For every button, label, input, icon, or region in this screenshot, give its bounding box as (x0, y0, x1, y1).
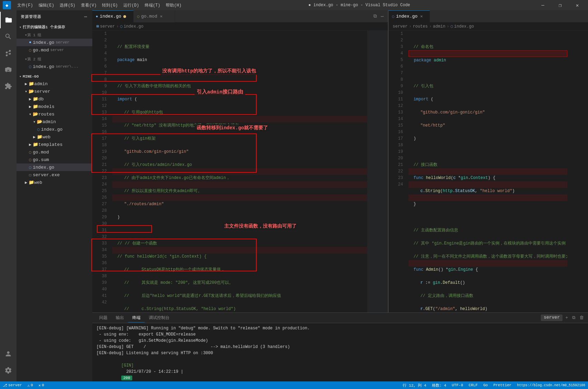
editors-container: ● index.go ◌ go.mod ✕ ⧉ ⋯ (92, 10, 588, 312)
menu-view[interactable]: 查看(V) (79, 2, 99, 9)
right-tab-index-go[interactable]: ◌ index.go ✕ (389, 10, 430, 22)
left-code-content: // 配置环境变量 package main // 引入下方函数中使用功能的相关… (110, 31, 367, 312)
folder-templates[interactable]: ▶ 📁 templates (17, 141, 92, 148)
project-chevron: ▾ (19, 74, 21, 79)
folder-web-root[interactable]: ▶ 📁 web (17, 179, 92, 186)
status-warnings[interactable]: ✕ 0 (36, 381, 47, 389)
code-line-14: ) (117, 215, 120, 220)
folder-routes[interactable]: ▾ 📂 routes (17, 110, 92, 118)
status-spaces[interactable]: 格数: 4 (429, 381, 449, 389)
folder-admin-sub[interactable]: ▾ 📂 admin (17, 118, 92, 126)
status-blog-link[interactable]: https://blog.csdn.net/m0_51592186 (514, 381, 588, 389)
left-tab-mod-close[interactable]: ✕ (159, 13, 163, 19)
left-code-editor[interactable]: 12345 678910 1112131415 1617181920 21222… (92, 31, 388, 312)
folder-web-sub[interactable]: ▶ 📁 web (17, 133, 92, 141)
file-server-index-go[interactable]: ◌ index.go (17, 163, 92, 171)
terminal-trash-icon[interactable]: 🗑 (578, 315, 585, 321)
right-bc-sep2: › (429, 24, 432, 29)
menu-run[interactable]: 运行(D) (121, 2, 141, 9)
folder-db[interactable]: ▶ 📁 db (17, 95, 92, 103)
maximize-button[interactable]: ❐ (552, 0, 568, 10)
left-tab-index-go[interactable]: ● index.go (92, 10, 134, 22)
folder-models-icon2: 📁 (33, 104, 38, 109)
menu-terminal[interactable]: 终端(T) (143, 2, 163, 9)
status-encoding[interactable]: UTF-8 (449, 381, 466, 389)
folder-server[interactable]: ▾ 📂 server (17, 88, 92, 95)
open-editors-label: 打开的编辑器 (23, 24, 45, 30)
go-sum-icon: ◌ (29, 157, 31, 162)
left-editor-main: 12345 678910 1112131415 1617181920 21222… (92, 31, 388, 312)
git-activity-item[interactable] (0, 45, 17, 61)
folder-admin-sub-label: admin (42, 119, 56, 124)
left-tab-bar: ● index.go ◌ go.mod ✕ ⧉ ⋯ (92, 10, 388, 22)
term-line-1: [GIN-debug] [WARNING] Running in "debug"… (96, 325, 584, 331)
error-icon: ⚠ (28, 383, 30, 388)
left-tab-go-mod[interactable]: ◌ go.mod ✕ (134, 10, 175, 22)
debug-activity-item[interactable] (0, 61, 17, 78)
status-eol[interactable]: CRLF (466, 381, 481, 389)
menu-edit[interactable]: 编辑(E) (37, 2, 56, 9)
folder-web-sub-label: web (42, 134, 50, 140)
split-editor-icon[interactable]: ⧉ (372, 13, 378, 20)
right-minimap (567, 31, 588, 312)
open-editors-header[interactable]: ▾ 打开的编辑器 1 个未保存 (17, 23, 92, 31)
terminal-server-label: server (541, 315, 563, 321)
folder-models[interactable]: ▶ 📁 models (17, 103, 92, 110)
r-code-16: // 其中 *gin.Engine是gin路由的一个实例，在模块的路由中需要引用… (413, 241, 566, 246)
more-actions-icon[interactable]: ⋯ (380, 13, 385, 20)
file-go-sum[interactable]: ◌ go.sum (17, 156, 92, 163)
terminal-tab-terminal[interactable]: 终端 (128, 313, 145, 322)
encoding-label: UTF-8 (452, 383, 463, 387)
open-editor-go-mod[interactable]: ◌ go.mod server (17, 46, 92, 54)
right-bc-index-icon: ◌ (451, 24, 453, 29)
extensions-activity-item[interactable] (0, 78, 17, 94)
new-file-icon[interactable]: ⋯ (84, 13, 88, 20)
folder-web-root-label: web (34, 180, 42, 185)
right-bc-server: server (393, 24, 408, 29)
close-button[interactable]: ✕ (569, 0, 585, 10)
r-code-12-h: , (475, 189, 480, 193)
title-bar-menu[interactable]: 文件(F) 编辑(E) 选择(S) 查看(V) 转到(G) 运行(D) 终端(T… (15, 2, 184, 9)
open-editor-index-go-2[interactable]: ◌ index.go server\... (17, 63, 92, 70)
accounts-activity-item[interactable] (0, 346, 17, 362)
status-errors[interactable]: ⚠ 0 (25, 381, 36, 389)
terminal-add-icon[interactable]: + (564, 315, 569, 321)
r-code-21-e: "/admin" (435, 307, 455, 311)
open-editor-index-go-2-label: index.go (33, 64, 54, 69)
code-line-12: // 所以以直接引用到文件夹admin即可。 (124, 189, 202, 193)
file-routes-admin-index[interactable]: ◌ index.go (17, 126, 92, 133)
status-position[interactable]: 行 12, 列 4 (400, 381, 429, 389)
menu-file[interactable]: 文件(F) (15, 2, 35, 9)
minimize-button[interactable]: — (535, 0, 551, 10)
folder-admin[interactable]: ▶ 📁 admin (17, 80, 92, 88)
search-activity-item[interactable] (0, 28, 17, 45)
r-code-10: // 接口函数 (413, 162, 437, 167)
code-line-7: // "net/http" 没有调用http的地方了，所以不能引入该包 (124, 123, 239, 128)
menu-goto[interactable]: 转到(G) (100, 2, 120, 9)
status-prettier[interactable]: Prettier (491, 381, 514, 389)
terminal-tab-debug[interactable]: 调试控制台 (145, 313, 174, 322)
code-line-2: main (135, 58, 147, 62)
status-language[interactable]: Go (481, 381, 491, 389)
go-file-icon-2: ◌ (29, 64, 31, 69)
terminal-tab-problems[interactable]: 问题 (95, 313, 112, 322)
open-editor-index-go[interactable]: ● index.go server (17, 39, 92, 46)
status-branch[interactable]: ⎇ server (0, 381, 25, 389)
settings-activity-item[interactable] (0, 362, 17, 379)
code-line-8: // 引入gin框架 (124, 136, 155, 141)
right-tab-close[interactable]: ✕ (420, 13, 423, 19)
terminal-split-icon[interactable]: ⧉ (571, 315, 577, 321)
project-header[interactable]: ▾ MINE-GO (17, 73, 92, 80)
explorer-activity-item[interactable] (0, 12, 17, 28)
right-code-editor[interactable]: 12345 678910 1112131415 1617181920 21222… (389, 31, 588, 312)
file-server-exe[interactable]: ◻ server.exe (17, 171, 92, 179)
r-code-12-b: . (423, 189, 425, 193)
terminal-tab-output[interactable]: 输出 (112, 313, 128, 322)
r-code-21-g: helloWorld (460, 307, 485, 311)
file-go-mod[interactable]: ◌ go.mod (17, 148, 92, 156)
menu-select[interactable]: 选择(S) (58, 2, 78, 9)
menu-help[interactable]: 帮助(H) (164, 2, 184, 9)
go-icon-server-index: ◌ (29, 165, 31, 170)
code-line-20: // 后边"hello world"就是通过r.GET发送请求后，希望后端给我们… (124, 293, 281, 298)
r-code-21-f: , (455, 307, 460, 311)
